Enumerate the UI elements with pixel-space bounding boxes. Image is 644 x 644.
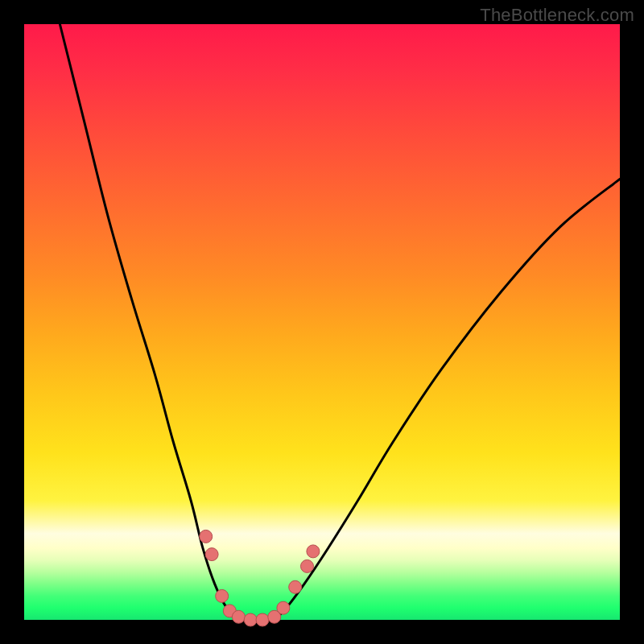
chart-marker [232,610,245,623]
chart-marker [289,580,302,593]
chart-marker [277,601,290,614]
attribution-text: TheBottleneck.com [480,5,634,26]
chart-marker [244,613,257,626]
chart-marker [216,589,229,602]
chart-marker [200,530,213,543]
chart-frame: TheBottleneck.com [0,0,644,644]
chart-marker [256,613,269,626]
chart-marker [205,548,218,561]
chart-series-group [60,24,620,620]
chart-svg [24,24,620,620]
chart-marker [307,545,320,558]
series-right-branch [275,179,620,620]
chart-markers [200,530,320,626]
chart-marker [301,559,314,572]
chart-plot-area [24,24,620,620]
series-left-branch [60,24,238,620]
